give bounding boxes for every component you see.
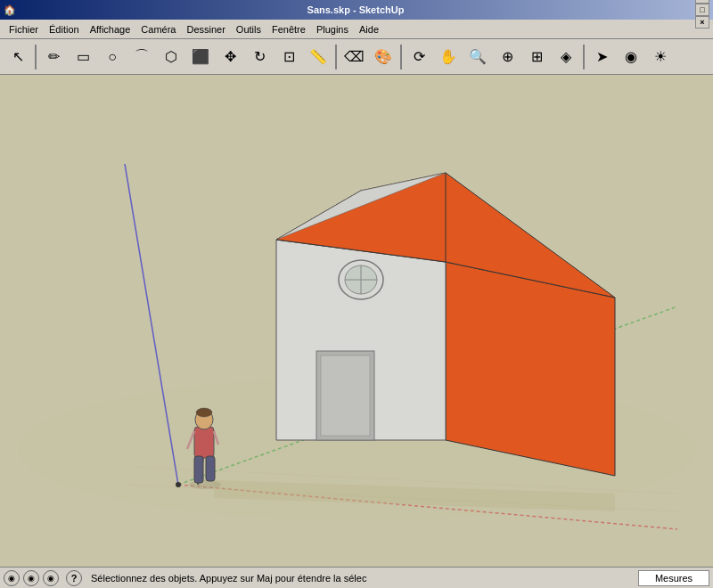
title-bar: 🏠 Sans.skp - SketchUp − □ × — [0, 0, 713, 20]
svg-marker-7 — [446, 262, 615, 476]
maximize-button[interactable]: □ — [695, 4, 709, 16]
menu-item-caméra[interactable]: Caméra — [135, 22, 181, 37]
svg-rect-28 — [194, 456, 203, 483]
tool-orbit[interactable]: ⟳ — [405, 43, 433, 71]
toolbar-separator — [583, 45, 585, 69]
menu-bar: FichierÉditionAffichageCaméraDessinerOut… — [0, 20, 713, 39]
toolbar-separator — [400, 45, 402, 69]
toolbar-separator — [35, 45, 37, 69]
tool-paint[interactable]: 🎨 — [369, 43, 397, 71]
scene-canvas — [0, 75, 713, 567]
menu-item-fichier[interactable]: Fichier — [4, 22, 44, 37]
menu-item-outils[interactable]: Outils — [231, 22, 266, 37]
svg-point-27 — [196, 408, 212, 417]
measurements-label: Mesures — [638, 570, 709, 586]
tool-tape[interactable]: 📏 — [304, 43, 332, 71]
toolbar: ↖✏▭○⌒⬡⬛✥↻⊡📏⌫🎨⟳✋🔍⊕⊞◈➤◉☀ — [0, 39, 713, 75]
tool-look-around[interactable]: ◉ — [617, 43, 645, 71]
title-icon: 🏠 — [4, 4, 16, 16]
status-circle-3[interactable]: ◉ — [43, 570, 59, 586]
tool-rectangle[interactable]: ▭ — [69, 43, 97, 71]
tool-push-pull[interactable]: ⬛ — [186, 43, 215, 71]
tool-walk[interactable]: ➤ — [587, 43, 616, 71]
tool-rotate[interactable]: ↻ — [245, 43, 274, 71]
menu-item-fenêtre[interactable]: Fenêtre — [266, 22, 311, 37]
svg-point-30 — [176, 482, 181, 487]
tool-eraser[interactable]: ⌫ — [340, 43, 368, 71]
status-circle-2[interactable]: ◉ — [23, 570, 39, 586]
svg-rect-14 — [321, 355, 370, 436]
menu-item-édition[interactable]: Édition — [44, 22, 85, 37]
menu-item-affichage[interactable]: Affichage — [85, 22, 136, 37]
svg-rect-23 — [194, 427, 214, 458]
menu-item-dessiner[interactable]: Dessiner — [181, 22, 230, 37]
title-controls: − □ × — [695, 0, 709, 29]
status-message: Sélectionnez des objets. Appuyez sur Maj… — [87, 573, 638, 584]
close-button[interactable]: × — [695, 16, 709, 29]
tool-pencil[interactable]: ✏ — [39, 43, 68, 71]
menu-item-plugins[interactable]: Plugins — [311, 22, 354, 37]
tool-shadow[interactable]: ☀ — [646, 43, 675, 71]
tool-zoom-extents[interactable]: ⊕ — [493, 43, 521, 71]
tool-zoom-window[interactable]: ⊞ — [522, 43, 551, 71]
svg-point-20 — [189, 480, 221, 489]
toolbar-separator — [335, 45, 337, 69]
tool-circle[interactable]: ○ — [98, 43, 127, 71]
tool-move[interactable]: ✥ — [216, 43, 244, 71]
tool-polygon[interactable]: ⬡ — [157, 43, 185, 71]
title-text: Sans.skp - SketchUp — [307, 4, 405, 15]
viewport[interactable] — [0, 75, 713, 567]
status-bar: ◉ ◉ ◉ ? Sélectionnez des objets. Appuyez… — [0, 567, 713, 588]
tool-select[interactable]: ↖ — [4, 43, 32, 71]
status-circle-1[interactable]: ◉ — [4, 570, 20, 586]
tool-perspective[interactable]: ◈ — [552, 43, 580, 71]
svg-rect-29 — [206, 456, 215, 481]
status-hint-icon: ? — [66, 570, 82, 586]
tool-zoom[interactable]: 🔍 — [463, 43, 492, 71]
tool-arc[interactable]: ⌒ — [127, 43, 156, 71]
menu-item-aide[interactable]: Aide — [354, 22, 384, 37]
tool-offset[interactable]: ⊡ — [275, 43, 303, 71]
tool-pan[interactable]: ✋ — [434, 43, 463, 71]
status-icons: ◉ ◉ ◉ — [4, 570, 59, 586]
